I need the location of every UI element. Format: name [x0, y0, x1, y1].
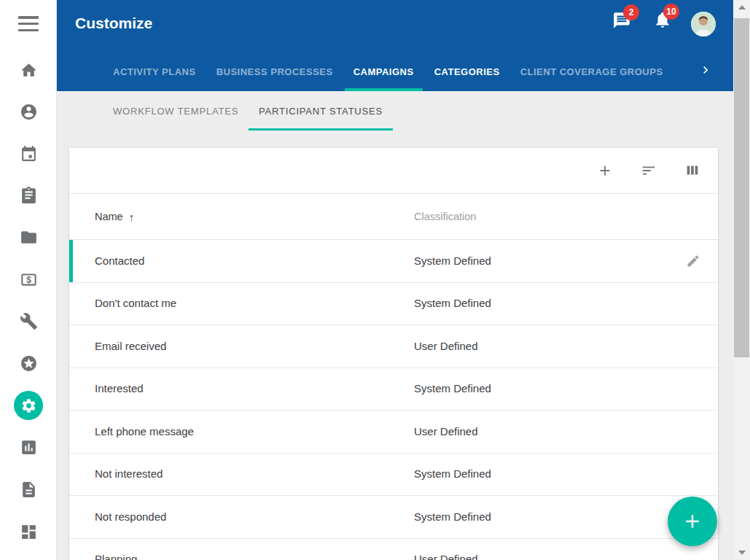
add-button[interactable]	[597, 163, 613, 179]
tools-icon	[20, 312, 38, 330]
tasks-icon	[20, 186, 38, 204]
column-header-classification[interactable]: Classification	[414, 211, 476, 222]
sidebar-item-tools[interactable]	[0, 305, 57, 337]
edit-row-button[interactable]	[686, 254, 700, 268]
table-row[interactable]: Email received User Defined	[69, 325, 718, 368]
tab-business-processes[interactable]: BUSINESS PROCESSES	[208, 52, 342, 91]
tab-activity-plans[interactable]: ACTIVITY PLANS	[104, 52, 205, 91]
settings-active-indicator	[14, 391, 43, 420]
plus-icon	[597, 163, 613, 179]
column-header-name[interactable]: Name ↑	[95, 211, 414, 223]
folder-icon	[20, 228, 38, 246]
sort-ascending-icon: ↑	[129, 211, 135, 223]
tab-categories[interactable]: CATEGORIES	[426, 52, 509, 91]
subtab-workflow-templates[interactable]: WORKFLOW TEMPLATES	[103, 91, 249, 131]
table-toolbar	[69, 148, 718, 194]
sidebar-item-reports[interactable]	[0, 431, 57, 463]
table-row[interactable]: Left phone message User Defined	[69, 411, 718, 454]
settings-icon	[20, 397, 37, 414]
sidebar: $	[0, 0, 57, 560]
scroll-up-button[interactable]	[733, 0, 750, 15]
row-classification: System Defined	[414, 297, 491, 309]
triangle-down-icon	[738, 551, 746, 555]
user-avatar[interactable]	[691, 12, 716, 36]
home-icon	[20, 61, 38, 79]
favorites-icon	[20, 354, 38, 373]
row-name: Not interested	[95, 467, 163, 480]
table-row[interactable]: Interested System Defined	[69, 368, 718, 411]
table-row[interactable]: Don't contact me System Defined	[69, 283, 718, 326]
table-header-row: Name ↑ Classification	[69, 194, 718, 240]
row-classification: User Defined	[414, 553, 478, 560]
table-row[interactable]: Contacted System Defined	[69, 240, 718, 283]
sidebar-item-notes[interactable]	[0, 473, 57, 505]
contacts-icon	[20, 103, 38, 121]
row-name: Contacted	[95, 254, 144, 267]
table-row[interactable]: Not responded System Defined	[69, 496, 718, 539]
pencil-icon	[686, 254, 700, 268]
avatar-image	[691, 12, 716, 36]
calendar-icon	[20, 144, 38, 163]
menu-icon[interactable]	[18, 16, 39, 31]
row-name: Email received	[95, 340, 166, 352]
sidebar-item-billing[interactable]: $	[0, 263, 57, 295]
subtab-participant-statuses[interactable]: PARTICIPANT STATUSES	[249, 91, 393, 131]
notes-icon	[20, 481, 38, 499]
top-tab-bar: ACTIVITY PLANS BUSINESS PROCESSES CAMPAI…	[104, 52, 672, 91]
tabs-overflow-button[interactable]	[698, 63, 713, 77]
row-classification: System Defined	[414, 510, 491, 523]
reports-icon	[20, 438, 38, 456]
svg-text:$: $	[26, 274, 31, 284]
row-name: Planning	[95, 553, 137, 560]
sidebar-item-calendar[interactable]	[0, 137, 57, 169]
app-window: $ Customize 2 10	[0, 0, 750, 560]
row-classification: System Defined	[414, 467, 491, 480]
row-classification: User Defined	[414, 425, 478, 438]
row-name: Don't contact me	[95, 297, 176, 309]
table-row[interactable]: Not interested System Defined	[69, 454, 718, 497]
sidebar-item-favorites[interactable]	[0, 347, 57, 379]
messages-badge: 2	[623, 4, 639, 20]
columns-button[interactable]	[684, 163, 700, 179]
sidebar-item-home[interactable]	[0, 54, 57, 86]
sort-button[interactable]	[641, 163, 657, 179]
app-bar: Customize 2 10 ACTIVITY PLANS BUSINESS P…	[57, 0, 733, 91]
sidebar-item-documents[interactable]	[0, 221, 57, 253]
row-name: Not responded	[95, 510, 166, 523]
chevron-right-icon	[698, 63, 713, 77]
participant-statuses-card: Name ↑ Classification Contacted System D…	[69, 148, 718, 560]
tab-campaigns[interactable]: CAMPAIGNS	[345, 52, 423, 91]
dashboard-icon	[20, 523, 38, 541]
row-classification: System Defined	[414, 382, 491, 394]
billing-icon: $	[20, 271, 38, 289]
sidebar-item-dashboard[interactable]	[0, 516, 57, 548]
sub-tab-bar: WORKFLOW TEMPLATES PARTICIPANT STATUSES	[57, 91, 733, 131]
plus-icon	[681, 510, 703, 532]
row-classification: System Defined	[414, 254, 491, 267]
add-status-fab[interactable]	[668, 497, 717, 546]
scroll-down-button[interactable]	[733, 545, 750, 560]
table-row[interactable]: Planning User Defined	[69, 539, 718, 560]
sort-icon	[641, 163, 657, 179]
sidebar-item-contacts[interactable]	[0, 96, 57, 128]
row-classification: User Defined	[414, 340, 478, 352]
triangle-up-icon	[738, 5, 746, 9]
vertical-scrollbar[interactable]	[733, 0, 750, 560]
tab-client-coverage-groups[interactable]: CLIENT COVERAGE GROUPS	[512, 52, 672, 91]
row-name: Interested	[95, 382, 144, 394]
scrollbar-thumb[interactable]	[734, 18, 749, 357]
columns-icon	[684, 163, 700, 179]
sidebar-item-tasks[interactable]	[0, 179, 57, 211]
sidebar-item-settings[interactable]	[0, 389, 57, 421]
notifications-badge: 10	[663, 4, 679, 20]
page-title: Customize	[75, 15, 152, 32]
row-name: Left phone message	[95, 425, 194, 438]
